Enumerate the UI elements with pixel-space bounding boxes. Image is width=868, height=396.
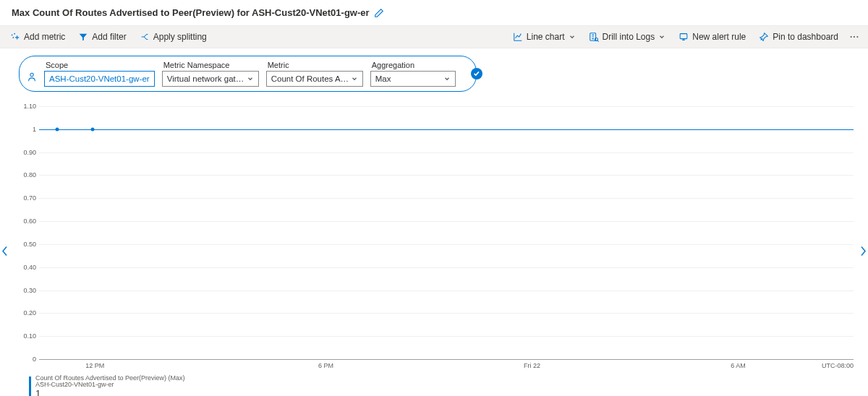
aggregation-value: Max	[375, 74, 391, 83]
y-axis-tick: 0.50	[12, 241, 36, 248]
gridline	[39, 290, 854, 291]
scope-label: Scope	[44, 61, 155, 69]
data-point	[91, 127, 95, 131]
y-axis-tick: 0.40	[12, 264, 36, 271]
chevron-down-icon	[569, 33, 576, 40]
legend-resource: ASH-Cust20-VNet01-gw-er	[35, 382, 185, 388]
y-axis-tick: 0.80	[12, 171, 36, 178]
page-title: Max Count Of Routes Advertised to Peer(P…	[12, 7, 370, 18]
alert-icon	[678, 32, 689, 42]
chevron-down-icon	[443, 75, 451, 82]
y-axis-tick: 0.90	[12, 149, 36, 156]
chart-prev-button[interactable]	[0, 241, 10, 264]
line-chart-icon	[513, 32, 523, 42]
legend-value: 1	[35, 389, 185, 396]
new-alert-rule-button[interactable]: New alert rule	[673, 29, 752, 45]
gridline	[39, 267, 854, 268]
gridline	[39, 175, 854, 176]
data-series-line	[39, 129, 854, 130]
edit-icon[interactable]	[374, 8, 384, 18]
y-axis-tick: 1.10	[12, 103, 36, 110]
gridline	[39, 106, 854, 107]
metric-pill: Scope ASH-Cust20-VNet01-gw-er Metric Nam…	[19, 56, 477, 92]
chart-next-button[interactable]	[858, 241, 868, 264]
data-point	[56, 127, 59, 131]
add-filter-label: Add filter	[92, 32, 126, 42]
y-axis-tick: 0.10	[12, 332, 36, 340]
metric-label: Metric	[266, 61, 363, 69]
namespace-value: Virtual network gatewa...	[167, 74, 247, 83]
logs-icon	[589, 32, 599, 42]
x-axis-tick: 6 PM	[318, 362, 333, 369]
chart-legend[interactable]: Count Of Routes Advertised to Peer(Previ…	[29, 375, 856, 396]
apply-splitting-button[interactable]: Apply splitting	[134, 29, 213, 45]
metric-value: Count Of Routes Advert...	[271, 74, 351, 83]
gridline	[39, 198, 854, 199]
svg-rect-5	[680, 34, 687, 39]
svg-point-0	[12, 35, 13, 36]
apply-splitting-label: Apply splitting	[153, 32, 207, 42]
drill-into-logs-label: Drill into Logs	[603, 32, 655, 42]
sparkle-plus-icon	[10, 32, 20, 42]
filter-icon	[78, 32, 88, 42]
y-axis-tick: 0.60	[12, 218, 36, 225]
x-axis-tick: 12 PM	[85, 362, 104, 369]
resource-icon	[27, 72, 37, 87]
timezone-label: UTC-08:00	[822, 362, 854, 369]
y-axis-tick: 1	[12, 126, 36, 133]
gridline	[39, 359, 854, 360]
add-metric-label: Add metric	[24, 32, 65, 42]
svg-point-4	[595, 38, 597, 40]
y-axis-tick: 0	[12, 356, 36, 363]
gridline	[39, 313, 854, 314]
scope-value: ASH-Cust20-VNet01-gw-er	[49, 74, 150, 83]
chevron-down-icon	[351, 75, 358, 82]
x-axis-tick: 6 AM	[731, 362, 746, 369]
scope-selector[interactable]: ASH-Cust20-VNet01-gw-er	[44, 71, 155, 87]
legend-color-swatch	[29, 376, 31, 396]
svg-point-2	[13, 37, 14, 38]
y-axis-tick: 0.20	[12, 309, 36, 317]
gridline	[39, 152, 854, 153]
line-chart-dropdown[interactable]: Line chart	[507, 29, 582, 45]
gridline	[39, 244, 854, 245]
chevron-down-icon	[247, 75, 254, 82]
pin-icon	[759, 32, 769, 42]
namespace-selector[interactable]: Virtual network gatewa...	[162, 71, 259, 87]
pin-to-dashboard-label: Pin to dashboard	[773, 32, 838, 42]
toolbar: Add metric Add filter Apply splitting	[0, 25, 868, 48]
gridline	[39, 336, 854, 337]
gridline	[39, 221, 854, 222]
chart-area[interactable]: 1.1010.900.800.700.600.500.400.300.200.1…	[29, 106, 854, 359]
pin-to-dashboard-button[interactable]: Pin to dashboard	[753, 29, 844, 45]
new-alert-rule-label: New alert rule	[692, 32, 746, 42]
drill-into-logs-dropdown[interactable]: Drill into Logs	[583, 29, 672, 45]
aggregation-selector[interactable]: Max	[370, 71, 456, 87]
aggregation-label: Aggregation	[370, 61, 456, 69]
y-axis-tick: 0.70	[12, 194, 36, 202]
line-chart-label: Line chart	[527, 32, 565, 42]
split-icon	[140, 32, 150, 42]
svg-point-6	[30, 73, 33, 76]
confirm-check-icon[interactable]	[471, 68, 482, 79]
svg-point-1	[14, 33, 15, 35]
add-metric-button[interactable]: Add metric	[4, 29, 71, 45]
add-filter-button[interactable]: Add filter	[72, 29, 132, 45]
more-actions-button[interactable]: ···	[846, 29, 864, 45]
metric-selector[interactable]: Count Of Routes Advert...	[266, 71, 363, 87]
namespace-label: Metric Namespace	[162, 61, 259, 69]
x-axis-tick: Fri 22	[524, 362, 540, 369]
chevron-down-icon	[658, 33, 665, 40]
y-axis-tick: 0.30	[12, 287, 36, 294]
